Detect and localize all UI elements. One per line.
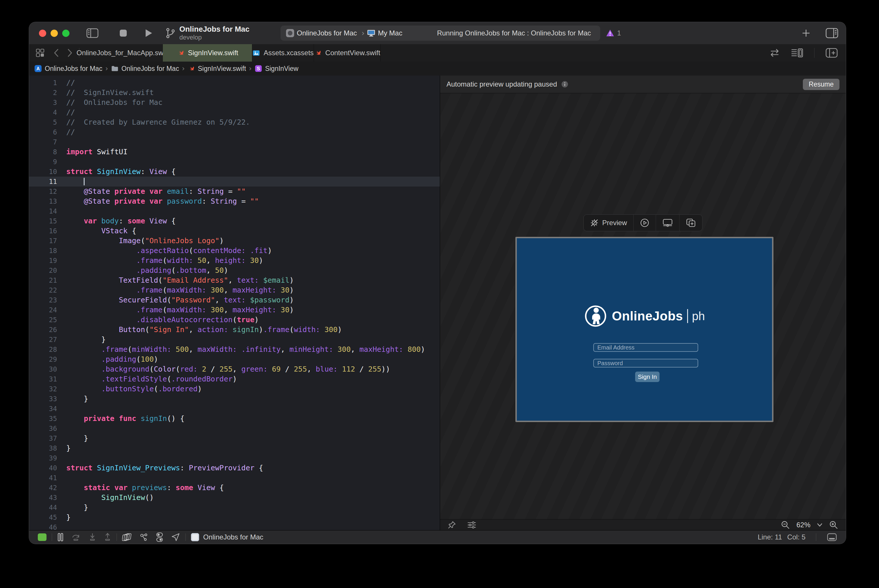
- line-number[interactable]: 9: [29, 157, 57, 167]
- code-line[interactable]: 11: [29, 177, 440, 186]
- code-line[interactable]: 41: [29, 473, 440, 483]
- zoom-window-button[interactable]: [62, 30, 69, 37]
- line-number[interactable]: 2: [29, 88, 57, 98]
- line-number[interactable]: 36: [29, 424, 57, 434]
- line-number[interactable]: 6: [29, 127, 57, 137]
- code-line[interactable]: 40struct SignInView_Previews: PreviewPro…: [29, 463, 440, 473]
- preview-mode-button[interactable]: Preview: [584, 215, 633, 231]
- code-line[interactable]: 29 .padding(100): [29, 354, 440, 364]
- line-number[interactable]: 10: [29, 167, 57, 177]
- tab-assets[interactable]: Assets.xcassets: [252, 44, 314, 62]
- line-number[interactable]: 4: [29, 108, 57, 117]
- zoom-level[interactable]: 62%: [796, 521, 810, 529]
- code-line[interactable]: 7: [29, 137, 440, 147]
- editor-options-button[interactable]: [791, 48, 803, 58]
- jumpbar-symbol[interactable]: S SignInView: [255, 65, 299, 73]
- simulate-location-icon[interactable]: [171, 532, 180, 542]
- line-number[interactable]: 24: [29, 305, 57, 315]
- jumpbar-group[interactable]: OnlineJobs for Mac: [111, 65, 179, 73]
- line-number[interactable]: 28: [29, 345, 57, 354]
- swap-editors-button[interactable]: [769, 48, 780, 57]
- line-number[interactable]: 21: [29, 275, 57, 285]
- line-number[interactable]: 20: [29, 266, 57, 275]
- debug-area-toggle-icon[interactable]: [827, 533, 837, 542]
- toggle-navigator-button[interactable]: [86, 28, 99, 38]
- line-number[interactable]: 39: [29, 453, 57, 463]
- code-line[interactable]: 17 Image("OnlineJobs Logo"): [29, 236, 440, 246]
- resume-button[interactable]: Resume: [803, 79, 840, 90]
- code-line[interactable]: 19 .frame(width: 50, height: 30): [29, 256, 440, 266]
- app-badge-icon[interactable]: [191, 533, 199, 541]
- jumpbar-project[interactable]: A OnlineJobs for Mac: [34, 65, 102, 73]
- line-number[interactable]: 16: [29, 226, 57, 236]
- add-tab-button[interactable]: [802, 29, 810, 38]
- line-number[interactable]: 42: [29, 483, 57, 493]
- line-number[interactable]: 44: [29, 502, 57, 513]
- line-number[interactable]: 5: [29, 117, 57, 127]
- code-line[interactable]: 18 .aspectRatio(contentMode: .fit): [29, 246, 440, 256]
- pin-icon[interactable]: [448, 520, 456, 530]
- sign-in-button[interactable]: Sign In: [635, 372, 660, 382]
- line-number[interactable]: 11: [29, 177, 57, 186]
- issues-indicator[interactable]: 1: [606, 26, 621, 40]
- code-line[interactable]: 24 .frame(maxWidth: 300, maxHeight: 30): [29, 305, 440, 315]
- line-number[interactable]: 35: [29, 414, 57, 424]
- go-forward-button[interactable]: [68, 48, 73, 57]
- view-hierarchy-icon[interactable]: [122, 532, 131, 542]
- code-line[interactable]: 5// Created by Lawrence Gimenez on 5/9/2…: [29, 117, 440, 127]
- code-line[interactable]: 12 @State private var email: String = "": [29, 186, 440, 196]
- line-number[interactable]: 19: [29, 256, 57, 266]
- code-line[interactable]: 35 private func signIn() {: [29, 414, 440, 424]
- code-line[interactable]: 28 .frame(minWidth: 500, maxWidth: .infi…: [29, 345, 440, 354]
- code-line[interactable]: 16 VStack {: [29, 226, 440, 236]
- live-preview-button[interactable]: [633, 215, 656, 231]
- line-number[interactable]: 31: [29, 374, 57, 384]
- code-line[interactable]: 33 }: [29, 394, 440, 404]
- line-number[interactable]: 32: [29, 384, 57, 394]
- line-number[interactable]: 25: [29, 315, 57, 325]
- environment-overrides-icon[interactable]: [156, 532, 163, 542]
- line-number[interactable]: 38: [29, 443, 57, 453]
- line-number[interactable]: 3: [29, 98, 57, 108]
- code-line[interactable]: 25 .disableAutocorrection(true): [29, 315, 440, 325]
- line-number[interactable]: 17: [29, 236, 57, 246]
- pause-icon[interactable]: [57, 533, 64, 542]
- tab-signinview[interactable]: SignInView.swift: [163, 44, 252, 62]
- tab-onlinejobs-for-macapp[interactable]: OnlineJobs_for_MacApp.swift: [80, 44, 163, 62]
- code-line[interactable]: 14: [29, 206, 440, 216]
- add-editor-button[interactable]: [825, 48, 838, 58]
- code-line[interactable]: 10struct SignInView: View {: [29, 167, 440, 177]
- minimize-window-button[interactable]: [51, 30, 58, 37]
- line-number[interactable]: 37: [29, 434, 57, 443]
- code-line[interactable]: 26 Button("Sign In", action: signIn).fra…: [29, 325, 440, 334]
- code-line[interactable]: 42 static var previews: some View {: [29, 483, 440, 493]
- zoom-in-icon[interactable]: [829, 520, 838, 530]
- code-line[interactable]: 4//: [29, 108, 440, 117]
- code-line[interactable]: 34: [29, 404, 440, 414]
- toggle-inspector-button[interactable]: [825, 28, 838, 38]
- line-number[interactable]: 41: [29, 473, 57, 483]
- code-line[interactable]: 39: [29, 453, 440, 463]
- code-line[interactable]: 36: [29, 424, 440, 434]
- line-number[interactable]: 8: [29, 147, 57, 157]
- source-editor[interactable]: 1//2// SignInView.swift3// OnlineJobs fo…: [29, 75, 440, 531]
- code-line[interactable]: 1//: [29, 78, 440, 88]
- code-line[interactable]: 2// SignInView.swift: [29, 88, 440, 98]
- preview-on-device-button[interactable]: [656, 215, 679, 231]
- code-line[interactable]: 43 SignInView(): [29, 493, 440, 502]
- line-number[interactable]: 40: [29, 463, 57, 473]
- line-number[interactable]: 46: [29, 522, 57, 531]
- debug-graph-icon[interactable]: [139, 532, 148, 542]
- line-number[interactable]: 12: [29, 186, 57, 196]
- code-line[interactable]: 38}: [29, 443, 440, 453]
- code-line[interactable]: 23 SecureField("Password", text: $passwo…: [29, 295, 440, 305]
- run-button[interactable]: [145, 29, 153, 38]
- code-line[interactable]: 15 var body: some View {: [29, 216, 440, 226]
- line-number[interactable]: 7: [29, 137, 57, 147]
- go-back-button[interactable]: [54, 48, 59, 57]
- code-line[interactable]: 37 }: [29, 434, 440, 443]
- code-line[interactable]: 3// OnlineJobs for Mac: [29, 98, 440, 108]
- code-line[interactable]: 30 .background(Color(red: 2 / 255, green…: [29, 364, 440, 374]
- line-number[interactable]: 34: [29, 404, 57, 414]
- line-number[interactable]: 15: [29, 216, 57, 226]
